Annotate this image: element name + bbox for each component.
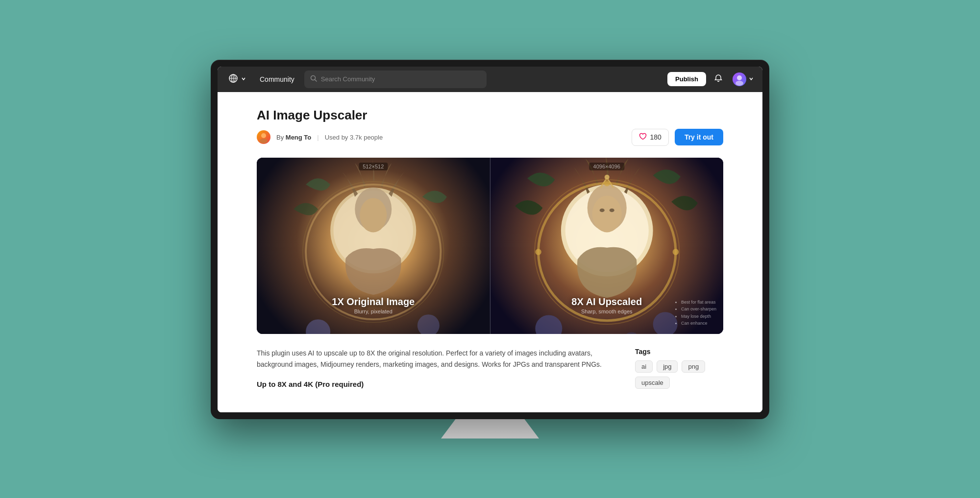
tags-row-2: upscale	[635, 377, 723, 389]
svg-point-29	[604, 180, 610, 187]
svg-point-14	[360, 198, 387, 232]
left-panel-sub-label: Blurry, pixelated	[332, 308, 415, 314]
like-count: 180	[650, 133, 662, 141]
notifications-button[interactable]	[711, 71, 726, 87]
globe-icon	[228, 73, 238, 85]
upscaled-panel: 4096×4096 8X AI Upscaled Sharp, smooth e…	[490, 158, 724, 334]
svg-point-30	[672, 249, 679, 255]
left-resolution-label: 512×512	[359, 163, 388, 170]
navbar: Community Publish	[218, 67, 762, 92]
monitor-body: Community Publish	[211, 60, 769, 419]
avatar	[733, 72, 746, 86]
monitor-stand	[441, 419, 539, 439]
author-prefix: By	[276, 134, 284, 141]
used-by-count: Used by 3.7k people	[325, 134, 383, 141]
plugin-title: AI Image Upscaler	[257, 108, 723, 123]
monitor-wrapper: Community Publish	[211, 60, 769, 439]
like-button[interactable]: 180	[632, 129, 669, 146]
plugin-meta: By Meng To | Used by 3.7k people	[257, 129, 723, 146]
search-bar[interactable]	[304, 71, 487, 88]
author-avatar	[257, 130, 270, 144]
svg-line-5	[315, 79, 317, 81]
user-chevron-icon	[749, 75, 754, 83]
tags-row: ai jpg png	[635, 360, 723, 373]
original-panel: 512×512 1X Original Image Blurry, pixela…	[257, 158, 490, 334]
try-label: Try it out	[685, 133, 713, 141]
svg-point-24	[592, 195, 621, 232]
globe-chevron-icon	[241, 75, 246, 83]
svg-point-31	[535, 249, 541, 255]
svg-point-23	[604, 174, 609, 179]
bell-icon	[714, 74, 723, 84]
author-name: Meng To	[286, 134, 311, 141]
right-panel-main-label: 8X AI Upscaled	[571, 296, 642, 308]
hero-image: 512×512 1X Original Image Blurry, pixela…	[257, 158, 723, 334]
description-main: This plugin uses AI to upscale up to 8X …	[257, 348, 606, 391]
tag-upscale[interactable]: upscale	[635, 377, 670, 389]
monitor-screen: Community Publish	[218, 67, 762, 412]
tags-label: Tags	[635, 348, 723, 356]
user-menu-button[interactable]	[731, 71, 756, 88]
right-panel-bullets: Best for flat areas Can over-sharpen May…	[675, 299, 716, 327]
tag-ai[interactable]: ai	[635, 360, 653, 373]
meta-actions: 180 Try it out	[632, 129, 723, 146]
section-heading: Up to 8X and 4K (Pro required)	[257, 380, 606, 388]
svg-point-25	[599, 208, 604, 212]
left-panel-main-label: 1X Original Image	[332, 296, 415, 308]
bullet-1: Best for flat areas	[681, 299, 716, 306]
description-row: This plugin uses AI to upscale up to 8X …	[257, 348, 723, 393]
heart-icon	[639, 133, 647, 142]
publish-button[interactable]: Publish	[667, 72, 706, 86]
meta-divider: |	[317, 134, 318, 141]
bullet-4: Can enhance	[681, 320, 716, 327]
right-panel-sub-label: Sharp, smooth edges	[571, 308, 642, 314]
description-text: This plugin uses AI to upscale up to 8X …	[257, 348, 606, 370]
tag-jpg[interactable]: jpg	[657, 360, 678, 373]
left-panel-labels: 1X Original Image Blurry, pixelated	[332, 296, 415, 314]
publish-label: Publish	[675, 75, 698, 83]
search-icon	[310, 75, 317, 84]
bullet-3: May lose depth	[681, 313, 716, 320]
community-nav-button[interactable]: Community	[255, 72, 299, 86]
svg-point-6	[737, 75, 742, 80]
right-panel-labels: 8X AI Upscaled Sharp, smooth edges	[571, 296, 642, 314]
content-area: AI Image Upscaler By Meng To | U	[218, 92, 762, 412]
try-it-out-button[interactable]: Try it out	[675, 129, 723, 145]
tags-sidebar: Tags ai jpg png upscale	[635, 348, 723, 393]
svg-point-26	[609, 208, 614, 212]
svg-point-8	[261, 133, 266, 138]
bullet-2: Can over-sharpen	[681, 306, 716, 312]
svg-point-7	[735, 81, 743, 86]
svg-point-9	[260, 139, 268, 143]
right-resolution-label: 4096×4096	[589, 163, 624, 170]
search-input[interactable]	[321, 75, 481, 83]
tag-png[interactable]: png	[682, 360, 705, 373]
globe-dropdown-button[interactable]	[224, 71, 250, 88]
author-info: By Meng To	[276, 134, 311, 141]
community-nav-label: Community	[260, 75, 294, 83]
